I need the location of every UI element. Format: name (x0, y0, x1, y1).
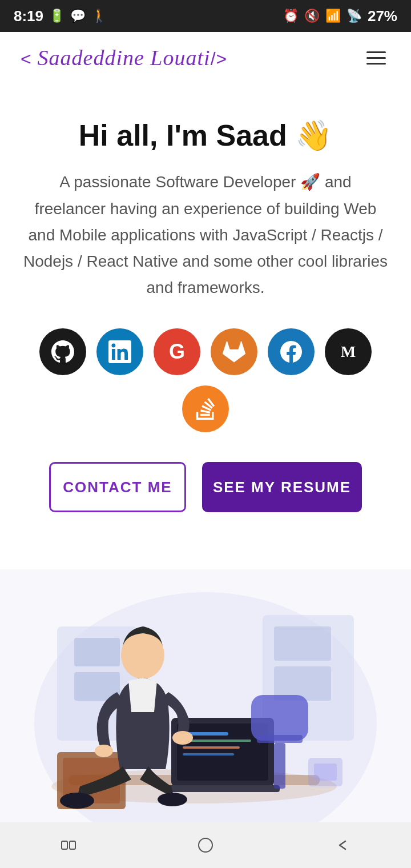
status-right: ⏰ 🔇 📶 📡 27% (283, 7, 397, 25)
gitlab-button[interactable] (211, 328, 257, 375)
svg-rect-15 (183, 746, 240, 749)
google-button[interactable]: G (154, 328, 200, 375)
facebook-button[interactable] (268, 328, 315, 375)
signal-icon: 📡 (346, 9, 362, 23)
see-resume-button[interactable]: SEE MY RESUME (202, 462, 362, 512)
stackoverflow-icon (195, 398, 216, 420)
svg-rect-16 (183, 753, 234, 756)
facebook-icon (280, 341, 302, 363)
svg-rect-28 (314, 763, 337, 781)
navbar: < Saadeddine Louati/> (0, 32, 411, 83)
recent-icon (60, 837, 77, 854)
svg-rect-20 (274, 743, 285, 789)
back-button[interactable] (320, 828, 365, 862)
svg-point-22 (172, 731, 193, 745)
social-icons-row: G M (21, 328, 390, 432)
wifi-icon: 📶 (325, 9, 341, 23)
svg-rect-30 (70, 841, 75, 849)
linkedin-button[interactable] (96, 328, 143, 375)
stackoverflow-button[interactable] (182, 385, 229, 432)
svg-rect-18 (251, 695, 308, 741)
svg-rect-2 (74, 638, 120, 666)
medium-icon: M (341, 344, 356, 360)
bottom-navigation (0, 822, 411, 868)
linkedin-icon (108, 340, 131, 363)
home-icon (197, 837, 214, 854)
svg-rect-17 (166, 785, 280, 792)
github-icon (51, 340, 74, 363)
hero-title: Hi all, I'm Saad 👋 (21, 118, 390, 153)
contact-me-button[interactable]: CONTACT ME (49, 462, 186, 512)
hamburger-menu[interactable] (362, 47, 390, 69)
battery-percent: 27% (368, 7, 397, 25)
alarm-icon: ⏰ (283, 9, 299, 23)
svg-point-23 (95, 745, 113, 757)
logo-bracket-right: /> (211, 49, 228, 69)
mute-icon: 🔇 (304, 9, 320, 23)
hamburger-line-2 (366, 57, 386, 59)
github-button[interactable] (39, 328, 86, 375)
hamburger-line-3 (366, 63, 386, 65)
svg-rect-29 (62, 841, 67, 849)
nav-logo[interactable]: < Saadeddine Louati/> (21, 45, 227, 70)
logo-bracket-left: < (21, 49, 38, 69)
logo-script: Saadeddine Louati (38, 46, 211, 70)
google-icon: G (169, 340, 185, 364)
figure-icon: 🚶 (91, 9, 107, 23)
home-button[interactable] (183, 828, 228, 862)
svg-rect-5 (274, 626, 331, 661)
hero-subtitle: A passionate Software Developer 🚀 and fr… (23, 169, 388, 301)
hero-section: Hi all, I'm Saad 👋 A passionate Software… (0, 83, 411, 569)
svg-point-31 (199, 838, 212, 852)
hamburger-line-1 (366, 51, 386, 53)
medium-button[interactable]: M (325, 328, 372, 375)
action-buttons-row: CONTACT ME SEE MY RESUME (21, 462, 390, 512)
gitlab-icon (223, 340, 245, 363)
status-bar: 8:19 🔋 💬 🚶 ⏰ 🔇 📶 📡 27% (0, 0, 411, 32)
svg-point-25 (158, 793, 187, 806)
status-left: 8:19 🔋 💬 🚶 (14, 7, 107, 25)
svg-point-24 (60, 793, 94, 809)
messenger-icon: 💬 (70, 9, 86, 23)
svg-rect-19 (257, 735, 303, 743)
status-time: 8:19 (14, 7, 43, 25)
svg-rect-14 (183, 740, 251, 742)
back-icon (334, 837, 351, 854)
recent-apps-button[interactable] (46, 828, 91, 862)
battery-icon: 🔋 (49, 9, 65, 23)
